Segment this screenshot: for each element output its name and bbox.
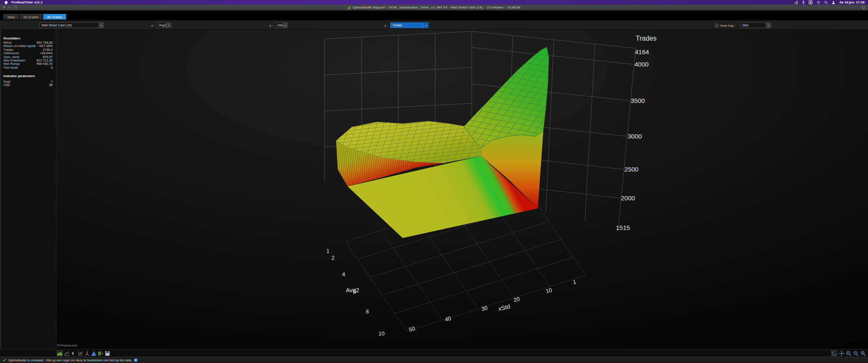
svg-text:10: 10 xyxy=(378,330,384,337)
svg-text:4000: 4000 xyxy=(634,61,648,68)
heatmap-label: Heat map : xyxy=(720,24,736,28)
spotlight-icon[interactable] xyxy=(824,1,828,4)
chart-tools-bar xyxy=(0,349,868,357)
titlebar-network-icon[interactable] xyxy=(862,6,865,9)
crosshair-icon[interactable] xyxy=(70,350,76,356)
surface-3d-chart[interactable]: Trades 4164 4000 3500 3000 2500 2000 151… xyxy=(56,30,868,349)
param-row-xstd: xStd38 xyxy=(3,83,53,87)
chart-toolbar: Wall Street Cash (1€) ▼ x : Avg2 ▼ y : x… xyxy=(0,20,868,30)
heatmap-checkbox[interactable]: ✓ xyxy=(715,24,718,27)
rotate-3d-icon[interactable] xyxy=(831,350,837,356)
surface-chart-icon[interactable] xyxy=(57,350,63,356)
keyboard-layout-icon[interactable]: A xyxy=(809,0,812,4)
results-header: Resultaten: xyxy=(3,36,21,40)
result-row-tick-mode: Tick mode0 xyxy=(3,66,53,69)
svg-text:3000: 3000 xyxy=(628,133,642,140)
instrument-select[interactable]: Wall Street Cash (1€) ▼ xyxy=(39,22,104,28)
status-message: Optimalisatie is compleet : Klik op een … xyxy=(8,358,132,362)
chevron-down-icon: ▼ xyxy=(423,23,428,28)
z-axis-value: Trades xyxy=(391,23,423,28)
svg-text:4164: 4164 xyxy=(635,48,649,55)
x-axis-select[interactable]: Avg2 ▼ xyxy=(157,22,171,28)
surface-3d-svg: Trades 4164 4000 3500 3000 2500 2000 151… xyxy=(56,30,868,349)
pyramid-lock-icon[interactable] xyxy=(91,350,97,356)
bluetooth-icon[interactable] xyxy=(802,0,805,4)
svg-text:1: 1 xyxy=(326,248,329,254)
macos-menu-bar: ProRealTime v11.1 A Za 18 jun. 17:28 xyxy=(0,0,868,5)
instrument-value: Wall Street Cash (1€) xyxy=(40,23,99,28)
sidebar-accent-strip xyxy=(0,30,1,349)
chevron-down-icon: ▼ xyxy=(283,23,287,28)
apple-menu-icon[interactable] xyxy=(4,0,8,5)
x-axis-label: x : xyxy=(151,24,155,28)
axes-3d-icon[interactable] xyxy=(84,350,90,356)
y-axis-select[interactable]: xStd ▼ xyxy=(275,22,288,28)
z-axis-label: z : xyxy=(384,24,388,28)
globe-icon[interactable] xyxy=(134,358,138,362)
z-axis-title: Trades xyxy=(636,35,657,42)
check-icon xyxy=(3,358,6,362)
save-icon[interactable] xyxy=(104,350,110,356)
report-icon xyxy=(348,6,351,9)
param-row-avg2: Avg27 xyxy=(3,80,53,83)
report-tabs: Tabel 2D Grafiek 3D Grafiek xyxy=(3,14,66,19)
zoom-out-icon[interactable] xyxy=(853,350,859,356)
heatmap-mode-value: Max xyxy=(741,23,766,28)
heatmap-mode-select[interactable]: Max ▼ xyxy=(740,22,771,28)
window-title-bar: ✕ — ❐ Optimalisatie Rapport – DOW_Standa… xyxy=(0,5,868,11)
window-title: Optimalisatie Rapport – DOW_Standartabw_… xyxy=(352,6,520,9)
tab-2d-grafiek[interactable]: 2D Grafiek xyxy=(19,14,42,19)
svg-text:3500: 3500 xyxy=(631,97,645,104)
results-sidebar: Resultaten: Winst€92 734,50 Return on in… xyxy=(0,30,56,349)
menu-clock[interactable]: Za 18 jun. 17:28 xyxy=(839,0,865,4)
svg-text:1515: 1515 xyxy=(616,224,630,231)
tab-tabel[interactable]: Tabel xyxy=(3,14,19,19)
tab-3d-grafiek[interactable]: 3D Grafiek xyxy=(43,14,66,19)
x-axis-title: Avg2 xyxy=(346,287,359,294)
svg-text:8: 8 xyxy=(366,308,369,315)
menu-app-name[interactable]: ProRealTime v11.1 xyxy=(11,0,43,4)
params-header: Indicator parameters xyxy=(3,74,35,78)
svg-text:2000: 2000 xyxy=(621,194,635,202)
wifi-icon[interactable] xyxy=(816,1,821,4)
scatter-chart-icon[interactable] xyxy=(77,350,83,356)
pan-icon[interactable] xyxy=(838,350,844,356)
y-axis-value: xStd xyxy=(275,23,283,28)
y-axis-label: y : xyxy=(270,24,273,28)
status-bar: Optimalisatie is compleet : Klik op een … xyxy=(0,357,868,363)
export-icon[interactable] xyxy=(97,350,103,356)
control-center-icon[interactable] xyxy=(832,1,835,4)
svg-text:2500: 2500 xyxy=(624,166,638,173)
x-axis-value: Avg2 xyxy=(157,23,166,28)
z-axis-select[interactable]: Trades ▼ xyxy=(390,22,428,28)
chevron-down-icon: ▼ xyxy=(166,23,171,28)
watermark: IT-Finance.com xyxy=(57,344,77,347)
app-indicator-icon[interactable] xyxy=(795,1,798,4)
wireframe-chart-icon[interactable] xyxy=(64,350,70,356)
chevron-down-icon: ▼ xyxy=(99,23,103,28)
chevron-down-icon: ▼ xyxy=(766,23,771,28)
zoom-selection-icon[interactable] xyxy=(846,350,851,356)
zoom-in-icon[interactable] xyxy=(860,350,866,356)
svg-text:4: 4 xyxy=(342,271,345,277)
svg-text:2: 2 xyxy=(331,255,334,261)
